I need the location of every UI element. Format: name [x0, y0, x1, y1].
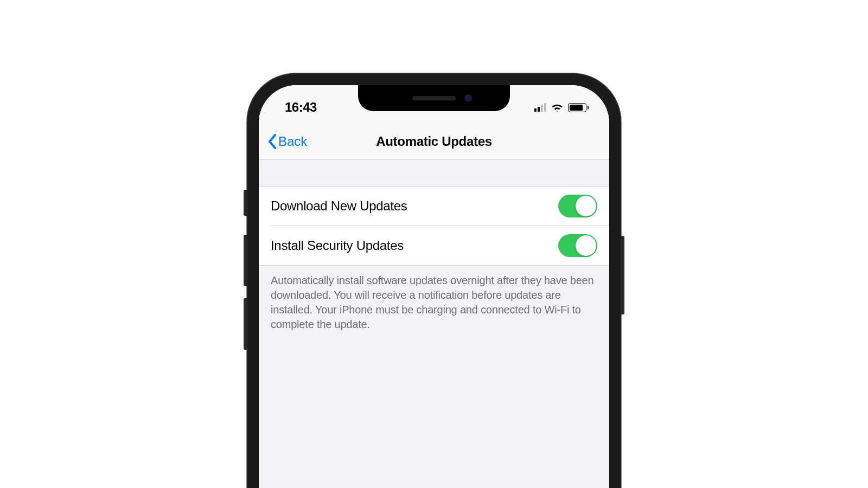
settings-row-install-security: Install Security Updates: [259, 226, 609, 265]
wifi-icon: [551, 102, 564, 112]
cellular-signal-icon: [534, 103, 546, 112]
settings-row-download-updates: Download New Updates: [271, 187, 609, 226]
phone-screen: 16:43: [259, 85, 609, 488]
nav-bar: Back Automatic Updates: [259, 123, 609, 160]
status-icons: [534, 102, 589, 112]
settings-row-label: Download New Updates: [271, 198, 407, 214]
settings-group: Download New Updates Install Security Up…: [259, 186, 609, 266]
settings-content: Download New Updates Install Security Up…: [259, 160, 609, 339]
toggle-download-updates[interactable]: [558, 195, 597, 217]
phone-frame: 16:43: [247, 73, 621, 488]
phone-side-buttons-left: [244, 190, 247, 362]
back-button[interactable]: Back: [264, 130, 310, 153]
status-time: 16:43: [285, 100, 317, 115]
settings-row-label: Install Security Updates: [271, 238, 404, 253]
chevron-left-icon: [267, 133, 277, 150]
settings-footer-text: Automatically install software updates o…: [259, 266, 609, 339]
page-title: Automatic Updates: [376, 134, 492, 149]
battery-icon: [568, 103, 589, 112]
phone-side-button-right: [621, 236, 624, 314]
phone-notch: [358, 85, 510, 111]
toggle-install-security[interactable]: [558, 234, 597, 257]
back-button-label: Back: [278, 134, 307, 149]
